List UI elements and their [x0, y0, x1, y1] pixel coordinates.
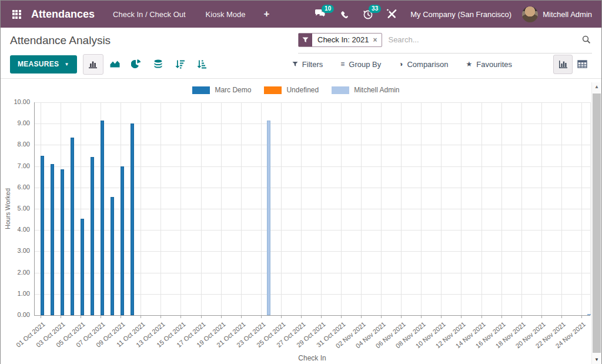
x-tick-mark — [501, 316, 502, 318]
y-tick-label: 8.00 — [3, 141, 30, 148]
x-tick-mark — [41, 316, 41, 318]
x-axis-line — [34, 315, 590, 316]
stacked-button[interactable] — [148, 54, 169, 75]
search-options: Filters ≡ Group By ◑ Comparison ★ Favour… — [292, 55, 592, 74]
bar-marc-demo[interactable] — [111, 197, 114, 315]
bar-mitchell-admin[interactable] — [267, 121, 270, 315]
company-switcher[interactable]: My Company (San Francisco) — [403, 10, 519, 19]
navbar-systray: 10 33 — [308, 1, 596, 28]
app-name[interactable]: Attendances — [31, 8, 95, 21]
control-panel: Attendance Analysis Check In: 2021 × — [1, 28, 601, 79]
legend-item[interactable]: Mitchell Admin — [332, 86, 399, 94]
bar-marc-demo[interactable] — [121, 166, 124, 315]
y-tick-label: 4.00 — [3, 226, 30, 233]
star-icon: ★ — [466, 60, 473, 68]
y-gridline — [34, 294, 590, 295]
bar-marc-demo[interactable] — [41, 156, 44, 316]
app-window: Attendances Check In / Check Out Kiosk M… — [0, 0, 602, 364]
page-title: Attendance Analysis — [10, 34, 111, 47]
filter-icon — [292, 61, 298, 67]
bar-chart-icon — [88, 59, 98, 69]
y-gridline — [34, 230, 590, 231]
sort-descending-button[interactable] — [170, 54, 190, 75]
activities-icon[interactable]: 33 — [356, 1, 380, 28]
x-gridline — [261, 102, 262, 315]
x-tick-mark — [180, 316, 181, 318]
apps-menu-icon[interactable] — [6, 4, 26, 24]
y-tick-label: 5.00 — [3, 205, 30, 212]
favourites-menu[interactable]: ★ Favourites — [466, 60, 512, 69]
bar-marc-demo[interactable] — [71, 138, 74, 315]
x-tick-mark — [201, 316, 202, 318]
y-gridline — [34, 102, 590, 103]
x-tick-mark — [441, 316, 442, 318]
facet-label: Check In: 2021 — [312, 34, 373, 46]
x-gridline — [321, 102, 322, 315]
bar-marc-demo[interactable] — [51, 164, 54, 315]
pie-chart-button[interactable] — [126, 54, 147, 75]
search-facet[interactable]: Check In: 2021 × — [298, 33, 382, 47]
bar-chart-icon — [558, 59, 568, 69]
legend-item[interactable]: Marc Demo — [192, 86, 251, 94]
x-gridline — [221, 102, 222, 315]
x-gridline — [461, 102, 461, 315]
chart-content: Marc DemoUndefinedMitchell Admin Hours W… — [1, 79, 601, 364]
table-grid-icon — [577, 59, 587, 69]
top-navbar: Attendances Check In / Check Out Kiosk M… — [1, 1, 601, 28]
attendance-bar-chart: Marc DemoUndefinedMitchell Admin Hours W… — [1, 79, 591, 364]
group-by-menu[interactable]: ≡ Group By — [340, 60, 381, 69]
y-tick-label: 9.00 — [3, 119, 30, 126]
x-tick-mark — [381, 316, 382, 318]
sort-ascending-button[interactable] — [192, 54, 212, 75]
y-gridline — [34, 166, 590, 167]
tools-icon[interactable] — [380, 1, 403, 28]
y-tick-label: 2.00 — [3, 269, 30, 276]
group-by-icon: ≡ — [340, 60, 345, 68]
vertical-scrollbar[interactable]: ▲ ▼ — [591, 82, 601, 364]
x-gridline — [521, 102, 522, 315]
comparison-menu[interactable]: ◑ Comparison — [399, 60, 448, 69]
x-gridline — [160, 102, 161, 315]
menu-check-in-out[interactable]: Check In / Check Out — [103, 1, 196, 28]
bar-mitchell-admin[interactable] — [587, 314, 591, 315]
scrollbar-down-icon[interactable]: ▼ — [592, 355, 601, 364]
x-tick-mark — [341, 316, 342, 318]
filters-menu[interactable]: Filters — [292, 60, 323, 69]
messages-icon[interactable]: 10 — [308, 1, 333, 28]
x-gridline — [381, 102, 382, 315]
area-chart-icon — [109, 59, 121, 69]
x-gridline — [401, 102, 402, 315]
x-tick-mark — [141, 316, 141, 318]
legend-item[interactable]: Undefined — [264, 86, 319, 94]
graph-view-button[interactable] — [553, 55, 573, 74]
scrollbar-up-icon[interactable]: ▲ — [592, 82, 601, 91]
caret-down-icon: ▼ — [64, 62, 69, 67]
y-axis-line — [34, 102, 35, 315]
x-gridline — [501, 102, 502, 315]
line-chart-button[interactable] — [105, 54, 125, 75]
bar-marc-demo[interactable] — [131, 123, 134, 315]
x-tick-mark — [241, 316, 242, 318]
plus-button[interactable]: + — [256, 1, 278, 28]
facet-remove-icon[interactable]: × — [373, 34, 382, 46]
user-avatar[interactable] — [522, 6, 538, 22]
menu-kiosk-mode[interactable]: Kiosk Mode — [196, 1, 256, 28]
search-input[interactable] — [382, 35, 582, 44]
x-gridline — [561, 102, 562, 315]
bar-marc-demo[interactable] — [61, 169, 64, 315]
pivot-view-button[interactable] — [573, 55, 592, 74]
bar-chart-button[interactable] — [83, 54, 103, 75]
phone-icon[interactable] — [333, 1, 356, 28]
chart-type-buttons — [82, 54, 212, 75]
bar-marc-demo[interactable] — [101, 121, 104, 315]
x-tick-mark — [321, 316, 322, 318]
bar-marc-demo[interactable] — [81, 219, 84, 315]
user-menu[interactable]: Mitchell Admin — [543, 10, 596, 19]
bar-marc-demo[interactable] — [91, 157, 94, 315]
scrollbar-thumb[interactable] — [593, 93, 601, 353]
pie-chart-icon — [131, 59, 142, 69]
legend-label: Undefined — [286, 86, 319, 94]
x-tick-mark — [521, 316, 522, 318]
search-icon[interactable] — [582, 35, 592, 44]
measures-button[interactable]: MEASURES ▼ — [10, 55, 77, 74]
